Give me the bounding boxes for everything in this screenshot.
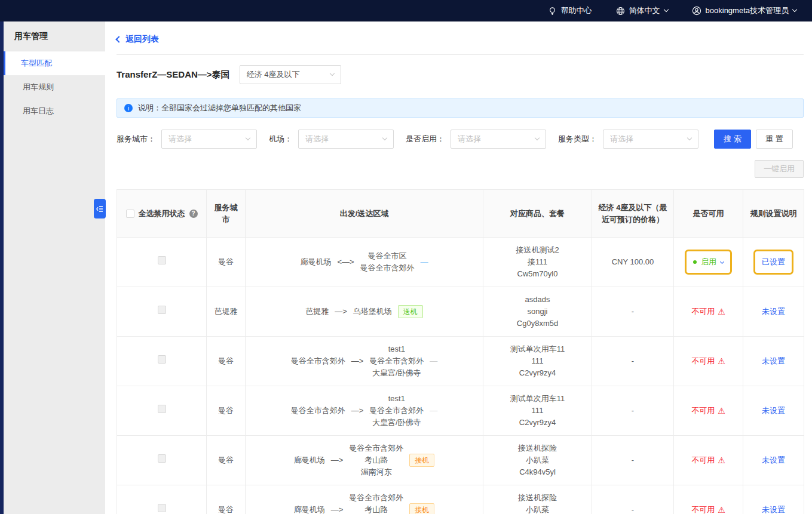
rule-link[interactable]: 未设置 bbox=[762, 307, 785, 316]
route-destination-line: test1 bbox=[388, 343, 405, 355]
header-product: 对应商品、套餐 bbox=[483, 190, 592, 238]
rule-link[interactable]: 未设置 bbox=[762, 356, 785, 365]
question-icon[interactable]: ? bbox=[189, 210, 198, 218]
row-checkbox[interactable] bbox=[158, 454, 166, 463]
header-available: 是否可用 bbox=[674, 190, 743, 238]
product-line: asdads bbox=[487, 294, 588, 306]
batch-enable-button[interactable]: 一键启用 bbox=[755, 160, 804, 178]
topbar: 帮助中心 简体中文 bookingmeta技术管理员 bbox=[0, 0, 812, 21]
chevron-down-icon bbox=[329, 71, 334, 76]
chevron-down-icon bbox=[687, 136, 692, 140]
batch-row: 一键启用 bbox=[117, 160, 804, 178]
rule-cell: 未设置 bbox=[743, 386, 804, 436]
menu-fold-icon bbox=[96, 205, 103, 213]
route-cell: 廊曼机场<—>曼谷全市区曼谷全市含郊外— bbox=[246, 238, 483, 287]
service-city-select[interactable]: 请选择 bbox=[161, 130, 257, 149]
row-checkbox[interactable] bbox=[158, 405, 166, 413]
status-label: 不可用 bbox=[691, 454, 715, 466]
row-checkbox[interactable] bbox=[158, 306, 166, 314]
row-checkbox[interactable] bbox=[158, 256, 166, 264]
rule-link[interactable]: 未设置 bbox=[762, 505, 785, 514]
route-destinations: 曼谷全市区曼谷全市含郊外 bbox=[360, 250, 415, 274]
notice-banner: i 说明：全部国家会过滤掉您单独匹配的其他国家 bbox=[117, 99, 804, 118]
row-select-cell bbox=[117, 287, 207, 337]
rule-link[interactable]: 未设置 bbox=[762, 406, 785, 415]
route-destination-line: 曼谷全市含郊外 bbox=[349, 492, 403, 504]
chevron-down-icon bbox=[663, 7, 668, 12]
rule-link[interactable]: 未设置 bbox=[762, 455, 785, 464]
status-unavailable: 不可用⚠ bbox=[691, 306, 725, 318]
title-row: TransferZ—SEDAN—>泰国 经济 4座及以下 bbox=[117, 65, 804, 84]
status-enabled-dropdown[interactable]: 启用 bbox=[693, 256, 724, 268]
route-destinations: test1曼谷全市含郊外大皇宫/卧佛寺 bbox=[369, 393, 424, 429]
select-all-checkbox[interactable] bbox=[126, 210, 134, 218]
products-cell: 测试单次用车11111C2vyr9zy4 bbox=[483, 386, 592, 436]
help-center-menu[interactable]: 帮助中心 bbox=[548, 5, 592, 16]
product-line: 接送机探险 bbox=[487, 442, 588, 454]
service-type-select[interactable]: 请选择 bbox=[603, 130, 698, 149]
route-from: 曼谷全市含郊外 bbox=[291, 405, 345, 417]
airport-select[interactable]: 请选择 bbox=[298, 130, 394, 149]
price-cell: - bbox=[592, 287, 674, 337]
route-destination-line: 大皇宫/卧佛寺 bbox=[372, 367, 421, 379]
rule-cell: 未设置 bbox=[743, 485, 804, 514]
price-cell: - bbox=[592, 485, 674, 514]
status-unavailable: 不可用⚠ bbox=[691, 355, 725, 367]
sidebar-item-用车规则[interactable]: 用车规则 bbox=[4, 75, 105, 99]
header-rule: 规则设置说明 bbox=[743, 190, 804, 238]
route-arrow-icon: —> bbox=[331, 504, 344, 514]
route-destination-line: 曼谷全市含郊外 bbox=[360, 262, 415, 274]
route-arrow-icon: —> bbox=[335, 306, 347, 318]
route-arrow-icon: <—> bbox=[337, 256, 354, 268]
table-row: 曼谷廊曼机场<—>曼谷全市区曼谷全市含郊外—接送机测试2接111Cw5m70yl… bbox=[117, 238, 804, 287]
route-destinations: 乌塔堡机场 bbox=[353, 306, 392, 318]
row-checkbox[interactable] bbox=[158, 504, 166, 512]
enabled-select[interactable]: 请选择 bbox=[451, 130, 546, 149]
sidebar-menu: 车型匹配用车规则用车日志 bbox=[4, 51, 105, 123]
back-to-list-link[interactable]: 返回列表 bbox=[117, 34, 159, 45]
product-line: 测试单次用车11 bbox=[487, 393, 588, 405]
price-cell: - bbox=[592, 436, 674, 485]
route: 芭提雅—>乌塔堡机场送机 bbox=[249, 305, 479, 318]
route-destination-line: 曼谷全市含郊外 bbox=[369, 405, 424, 417]
status-cell: 不可用⚠ bbox=[674, 337, 743, 386]
header-select-all: 全选禁用状态 ? bbox=[117, 190, 207, 238]
filter-label: 机场： bbox=[269, 134, 292, 144]
route-destination-line: 大皇宫/卧佛寺 bbox=[372, 417, 421, 429]
warning-icon: ⚠ bbox=[718, 456, 725, 464]
search-button[interactable]: 搜 索 bbox=[714, 130, 751, 149]
chevron-left-icon bbox=[115, 36, 122, 42]
status-unavailable: 不可用⚠ bbox=[691, 504, 725, 514]
status-unavailable: 不可用⚠ bbox=[691, 405, 725, 417]
table-row: 曼谷曼谷全市含郊外—>test1曼谷全市含郊外大皇宫/卧佛寺—测试单次用车111… bbox=[117, 337, 804, 386]
table-row: 曼谷曼谷全市含郊外—>test1曼谷全市含郊外大皇宫/卧佛寺—测试单次用车111… bbox=[117, 386, 804, 436]
route-destination-line: 考山路 bbox=[364, 504, 388, 514]
filter-label: 服务类型： bbox=[558, 134, 597, 144]
select-placeholder: 请选择 bbox=[305, 134, 329, 144]
user-menu[interactable]: bookingmeta技术管理员 bbox=[692, 5, 796, 16]
sidebar-item-车型匹配[interactable]: 车型匹配 bbox=[4, 51, 105, 75]
city-cell: 曼谷 bbox=[207, 238, 246, 287]
rule-link[interactable]: 已设置 bbox=[762, 256, 785, 268]
filter-label: 服务城市： bbox=[117, 134, 155, 144]
row-checkbox[interactable] bbox=[158, 355, 166, 364]
header-price: 经济 4座及以下（最近可预订的价格） bbox=[592, 190, 674, 238]
status-label: 启用 bbox=[701, 256, 716, 268]
route-destination-line: test1 bbox=[388, 393, 405, 405]
status-label: 不可用 bbox=[691, 504, 715, 514]
route-destinations: test1曼谷全市含郊外大皇宫/卧佛寺 bbox=[369, 343, 424, 379]
language-menu[interactable]: 简体中文 bbox=[616, 5, 668, 16]
route-from: 廊曼机场 bbox=[294, 504, 325, 514]
sidebar-collapse-button[interactable] bbox=[94, 199, 106, 218]
route-arrow-icon: —> bbox=[351, 355, 364, 367]
vehicle-class-select[interactable]: 经济 4座及以下 bbox=[240, 65, 341, 84]
sidebar-item-用车日志[interactable]: 用车日志 bbox=[4, 99, 105, 123]
route-from: 芭提雅 bbox=[305, 306, 329, 318]
product-line: songji bbox=[487, 306, 588, 318]
reset-button[interactable]: 重 置 bbox=[756, 130, 793, 149]
route-destination-line: 湄南河东 bbox=[361, 466, 392, 478]
route-cell: 廊曼机场—>曼谷全市含郊外考山路湄南河东接机 bbox=[246, 485, 483, 514]
service-type-badge: 送机 bbox=[398, 305, 423, 318]
page-title: TransferZ—SEDAN—>泰国 bbox=[117, 69, 230, 81]
rule-cell: 未设置 bbox=[743, 287, 804, 337]
